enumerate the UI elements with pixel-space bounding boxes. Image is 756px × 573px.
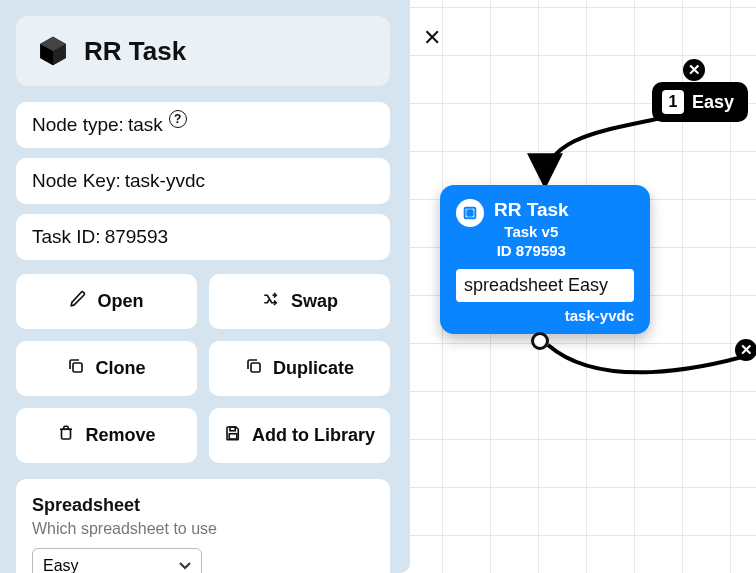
- svg-rect-3: [251, 363, 260, 372]
- clone-label: Clone: [95, 358, 145, 379]
- pencil-icon: [69, 290, 87, 313]
- add-to-library-button[interactable]: Add to Library: [209, 408, 390, 463]
- details-panel-scroll[interactable]: RR Task Node type: task ? Node Key: task…: [16, 16, 390, 573]
- spreadsheet-subtitle: Which spreadsheet to use: [32, 520, 374, 538]
- node-subtitle-1: Task v5: [494, 223, 569, 240]
- node-key-label: task-yvdc: [565, 307, 634, 324]
- details-panel: RR Task Node type: task ? Node Key: task…: [0, 0, 410, 573]
- node-type-row: Node type: task ?: [16, 102, 390, 148]
- node-title: RR Task: [494, 199, 569, 221]
- duplicate-icon: [245, 357, 263, 380]
- save-icon: [224, 424, 242, 447]
- chip-label: Easy: [692, 92, 734, 113]
- task-id-value: 879593: [105, 226, 168, 248]
- node-key-label-text: Node Key:: [32, 170, 121, 192]
- clone-icon: [67, 357, 85, 380]
- node-subtitle-2: ID 879593: [494, 242, 569, 259]
- panel-title: RR Task: [84, 36, 186, 67]
- clone-button[interactable]: Clone: [16, 341, 197, 396]
- svg-rect-6: [229, 434, 237, 439]
- shuffle-icon: [261, 290, 281, 313]
- node-type-value: task: [128, 114, 163, 136]
- remove-button[interactable]: Remove: [16, 408, 197, 463]
- svg-rect-2: [73, 363, 82, 372]
- node-key-value: task-yvdc: [125, 170, 205, 192]
- swap-button[interactable]: Swap: [209, 274, 390, 329]
- help-icon[interactable]: ?: [169, 110, 187, 128]
- spreadsheet-title: Spreadsheet: [32, 495, 374, 516]
- spreadsheet-select[interactable]: Easy: [32, 548, 202, 573]
- open-button[interactable]: Open: [16, 274, 197, 329]
- node-type-label: Node type:: [32, 114, 124, 136]
- panel-header-card: RR Task: [16, 16, 390, 86]
- chip-close-button-2[interactable]: ✕: [735, 339, 756, 361]
- swap-label: Swap: [291, 291, 338, 312]
- node-field-value: spreadsheet Easy: [456, 269, 634, 302]
- svg-rect-4: [62, 429, 71, 439]
- node-output-port[interactable]: [531, 332, 549, 350]
- close-panel-button[interactable]: ✕: [418, 24, 446, 52]
- spreadsheet-section: Spreadsheet Which spreadsheet to use Eas…: [16, 479, 390, 573]
- remove-label: Remove: [85, 425, 155, 446]
- node-key-row: Node Key: task-yvdc: [16, 158, 390, 204]
- task-id-row: Task ID: 879593: [16, 214, 390, 260]
- chip-close-button-1[interactable]: ✕: [683, 59, 705, 81]
- duplicate-label: Duplicate: [273, 358, 354, 379]
- task-id-label: Task ID:: [32, 226, 101, 248]
- trash-icon: [57, 424, 75, 447]
- add-to-library-label: Add to Library: [252, 425, 375, 446]
- chip-index: 1: [662, 90, 684, 114]
- open-label: Open: [97, 291, 143, 312]
- svg-rect-5: [230, 427, 235, 431]
- predecessor-chip[interactable]: 1 Easy: [652, 82, 748, 122]
- svg-rect-1: [467, 210, 472, 215]
- duplicate-button[interactable]: Duplicate: [209, 341, 390, 396]
- node-type-icon: [456, 199, 484, 227]
- cube-icon: [36, 34, 70, 68]
- task-node[interactable]: RR Task Task v5 ID 879593 spreadsheet Ea…: [440, 185, 650, 334]
